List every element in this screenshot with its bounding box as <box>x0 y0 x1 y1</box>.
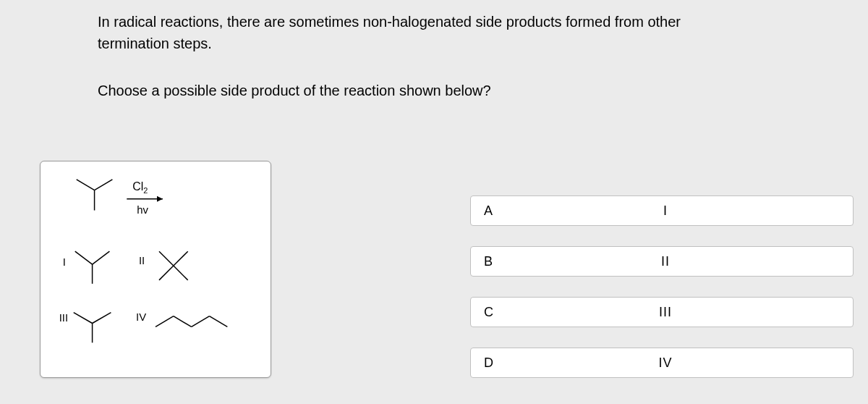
svg-marker-4 <box>157 196 163 202</box>
answer-letter: B <box>471 254 522 269</box>
answer-option-c[interactable]: C III <box>470 297 854 327</box>
svg-line-1 <box>95 180 113 190</box>
question-line1: In radical reactions, there are sometime… <box>98 11 749 54</box>
label-II: II <box>139 255 145 266</box>
answer-value: IV <box>522 355 853 371</box>
reaction-diagram: Cl2 hv I II III IV <box>40 161 271 378</box>
svg-line-16 <box>156 316 174 327</box>
svg-line-17 <box>174 316 192 327</box>
svg-line-13 <box>74 313 93 324</box>
answer-value: III <box>522 305 853 320</box>
label-III: III <box>59 313 68 324</box>
hv-label: hv <box>137 204 148 216</box>
answer-value: II <box>522 254 853 269</box>
svg-line-14 <box>93 313 111 324</box>
svg-line-7 <box>93 251 110 264</box>
cl2-label: Cl <box>132 180 143 193</box>
question-line2: Choose a possible side product of the re… <box>98 80 749 101</box>
cl2-sub: 2 <box>143 186 148 195</box>
answer-option-d[interactable]: D IV <box>470 348 854 378</box>
svg-line-10 <box>174 251 188 266</box>
svg-line-11 <box>159 266 174 280</box>
label-IV: IV <box>136 311 146 323</box>
svg-line-12 <box>174 266 188 280</box>
answer-letter: D <box>471 355 522 371</box>
svg-text:Cl2: Cl2 <box>132 180 148 195</box>
svg-line-19 <box>210 316 228 327</box>
svg-line-9 <box>159 251 174 266</box>
answer-value: I <box>522 203 853 219</box>
svg-line-0 <box>77 180 95 190</box>
question-block: In radical reactions, there are sometime… <box>98 11 749 101</box>
reaction-svg: Cl2 hv I II III IV <box>41 161 271 377</box>
answer-letter: C <box>471 305 522 320</box>
svg-line-18 <box>192 316 210 327</box>
answer-option-a[interactable]: A I <box>470 195 854 226</box>
answer-option-b[interactable]: B II <box>470 246 854 277</box>
svg-line-6 <box>75 251 93 264</box>
label-I: I <box>63 256 66 268</box>
answer-letter: A <box>471 203 522 219</box>
